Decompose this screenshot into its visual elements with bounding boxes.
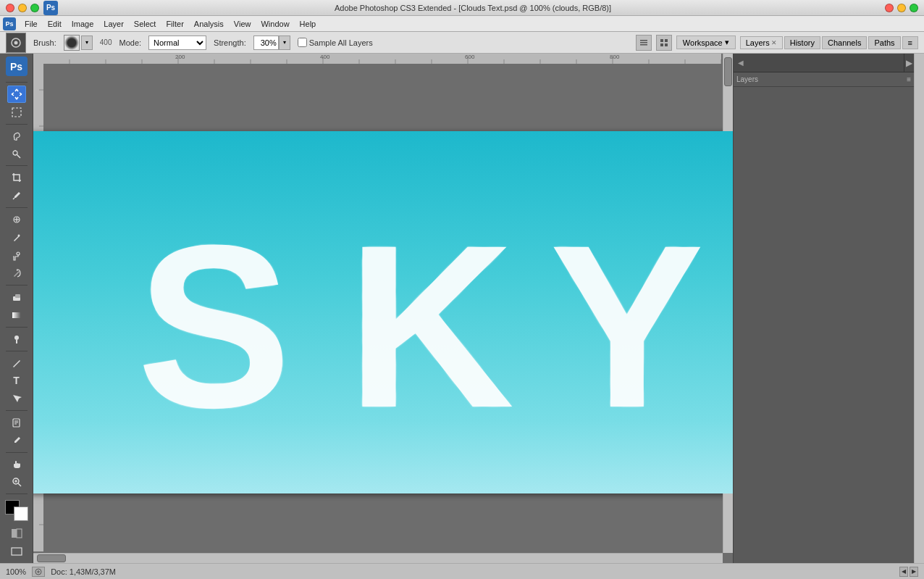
- traffic-lights: [6, 4, 39, 12]
- path-select-tool[interactable]: [7, 390, 26, 407]
- move-tool[interactable]: [7, 86, 26, 103]
- image-canvas-wrapper: S K Y: [33, 131, 733, 493]
- menu-bar: Ps File Edit Image Layer Select Filter A…: [0, 16, 924, 32]
- strength-dropdown[interactable]: ▾: [279, 36, 290, 50]
- next-page-btn[interactable]: ▶: [910, 567, 918, 577]
- menu-filter[interactable]: Filter: [161, 18, 188, 30]
- marquee-tool[interactable]: [7, 104, 26, 121]
- gradient-tool[interactable]: [7, 307, 26, 324]
- main-area: Ps: [0, 54, 924, 563]
- eyedropper-tool[interactable]: [7, 187, 26, 204]
- brush-size: 400: [100, 38, 112, 46]
- layers-menu-btn[interactable]: ≡: [907, 75, 911, 83]
- tool-sep-9: [6, 452, 28, 453]
- workspace-button[interactable]: Workspace ▾: [676, 36, 736, 49]
- pen-tool[interactable]: [7, 354, 26, 372]
- menu-help[interactable]: Help: [295, 18, 321, 30]
- panel-options-btn[interactable]: ≡: [902, 36, 918, 49]
- clone-tool[interactable]: [7, 247, 26, 264]
- eyedropper2-tool[interactable]: [7, 432, 26, 449]
- vertical-scroll-thumb[interactable]: [724, 57, 732, 86]
- maximize-button[interactable]: [30, 4, 39, 12]
- win-controls-right: [885, 4, 918, 12]
- horizontal-scrollbar[interactable]: [33, 553, 723, 563]
- brush-tool[interactable]: [7, 229, 26, 246]
- layers-header: Layers ≡: [734, 72, 914, 87]
- panel-tab-buttons: Layers ✕ History Channels Paths ≡: [740, 36, 918, 49]
- text-tool[interactable]: T: [7, 372, 26, 389]
- tool-sep-5: [6, 285, 28, 286]
- max-right[interactable]: [910, 4, 918, 12]
- svg-line-14: [13, 198, 14, 199]
- channels-tab-btn[interactable]: Channels: [822, 36, 867, 49]
- options-panel-btn[interactable]: [636, 35, 652, 51]
- menu-analysis[interactable]: Analysis: [190, 18, 228, 30]
- left-toolbar: Ps: [0, 54, 33, 563]
- dodge-tool[interactable]: [7, 330, 26, 348]
- mode-label: Mode:: [119, 38, 141, 47]
- svg-rect-34: [17, 529, 22, 538]
- window-title: Adobe Photoshop CS3 Extended - [Clouds T…: [61, 4, 885, 12]
- crop-tool[interactable]: [7, 169, 26, 186]
- menu-file[interactable]: File: [20, 18, 42, 30]
- menu-image[interactable]: Image: [67, 18, 98, 30]
- min-right[interactable]: [897, 4, 906, 12]
- close-button[interactable]: [6, 4, 14, 12]
- magic-wand-tool[interactable]: [7, 146, 26, 163]
- tool-sep-4: [6, 207, 28, 208]
- tool-sep-6: [6, 327, 28, 328]
- brush-preview[interactable]: [64, 35, 80, 51]
- hand-tool[interactable]: [7, 456, 26, 473]
- eraser-tool[interactable]: [7, 288, 26, 306]
- screen-mode-btn[interactable]: [7, 543, 26, 560]
- color-swatches[interactable]: [5, 500, 28, 521]
- svg-point-19: [17, 252, 20, 255]
- menu-window[interactable]: Window: [256, 18, 293, 30]
- tool-sep-7: [6, 351, 28, 351]
- quick-mask-btn[interactable]: [7, 525, 26, 542]
- minimize-button[interactable]: [18, 4, 27, 12]
- right-panel: ◀ ▶ Layers ≡: [733, 54, 914, 563]
- svg-rect-6: [665, 39, 668, 42]
- close-right[interactable]: [885, 4, 894, 12]
- zoom-tool[interactable]: [7, 473, 26, 491]
- svg-text:400: 400: [320, 54, 330, 60]
- layers-tab-btn[interactable]: Layers ✕: [740, 36, 783, 49]
- background-color[interactable]: [14, 507, 28, 521]
- svg-text:Y: Y: [550, 196, 704, 456]
- sample-all-label: Sample All Layers: [298, 38, 373, 47]
- history-tab-btn[interactable]: History: [784, 36, 820, 49]
- strength-input[interactable]: [253, 36, 279, 50]
- paths-tab-btn[interactable]: Paths: [868, 36, 900, 49]
- thumbnail-btn[interactable]: [656, 35, 672, 51]
- ps-icon: Ps: [43, 1, 58, 15]
- healing-tool[interactable]: [7, 211, 26, 228]
- tool-sep-2: [6, 124, 28, 125]
- tool-options-icon[interactable]: [6, 33, 26, 53]
- svg-rect-9: [12, 108, 21, 117]
- mode-select[interactable]: Normal: [148, 36, 206, 50]
- horizontal-scroll-thumb[interactable]: [37, 554, 66, 562]
- svg-text:200: 200: [175, 54, 185, 60]
- panel-collapse-btn[interactable]: ◀: [734, 59, 748, 67]
- svg-rect-21: [15, 294, 20, 298]
- sample-all-checkbox[interactable]: [298, 38, 307, 47]
- svg-rect-5: [660, 39, 663, 42]
- history-brush-tool[interactable]: [7, 265, 26, 283]
- brush-label: Brush:: [33, 38, 56, 47]
- ps-logo: Ps: [6, 57, 28, 76]
- menu-view[interactable]: View: [230, 18, 256, 30]
- panel-expand-btn[interactable]: ▶: [904, 54, 914, 72]
- prev-page-btn[interactable]: ◀: [899, 567, 908, 577]
- layers-close[interactable]: ✕: [771, 39, 777, 46]
- brush-dropdown[interactable]: ▾: [81, 36, 93, 50]
- menu-select[interactable]: Select: [130, 18, 161, 30]
- zoom-preview-btn[interactable]: [32, 567, 45, 577]
- menu-layer[interactable]: Layer: [99, 18, 128, 30]
- menu-edit[interactable]: Edit: [43, 18, 66, 30]
- svg-rect-7: [660, 43, 663, 46]
- lasso-tool[interactable]: [7, 128, 26, 145]
- ruler-horizontal: 200 400 600 800: [33, 54, 721, 64]
- options-bar: Brush: ▾ 400 Mode: Normal Strength: ▾ Sa…: [0, 32, 924, 54]
- notes-tool[interactable]: [7, 414, 26, 431]
